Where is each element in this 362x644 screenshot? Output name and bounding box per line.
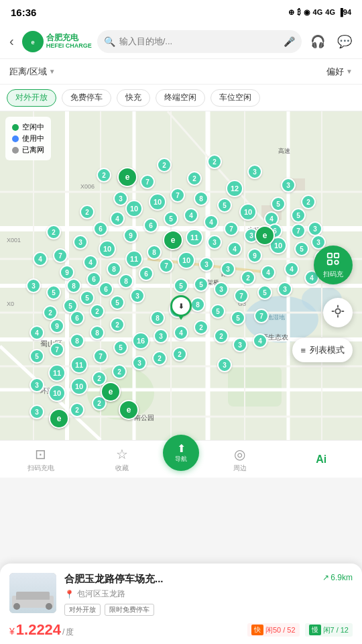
map-marker[interactable]: 2 xyxy=(80,205,95,219)
nav-ai[interactable]: Ai xyxy=(281,453,363,466)
message-button[interactable]: 💬 xyxy=(334,31,355,52)
search-input[interactable] xyxy=(119,36,280,46)
map-marker[interactable]: 8 xyxy=(190,297,205,312)
map-marker[interactable]: 4 xyxy=(33,252,48,266)
map-marker[interactable]: 2 xyxy=(110,317,125,332)
back-button[interactable]: ‹ xyxy=(7,31,17,52)
map-marker[interactable]: 7 xyxy=(50,342,64,357)
map-marker[interactable]: 16 xyxy=(132,332,149,350)
map-marker[interactable]: 6 xyxy=(86,272,101,286)
map-marker[interactable]: 4 xyxy=(29,325,44,340)
map-marker[interactable]: 7 xyxy=(159,258,174,273)
map-marker[interactable]: 8 xyxy=(147,245,162,260)
map-marker[interactable]: 5 xyxy=(164,211,178,226)
fab-list-button[interactable]: ≡ 列表模式 xyxy=(292,338,353,362)
map-marker[interactable]: 5 xyxy=(271,197,286,211)
map-marker[interactable]: 6 xyxy=(143,218,158,233)
map-marker[interactable]: 5 xyxy=(113,340,128,355)
map-marker[interactable]: 3 xyxy=(130,288,145,303)
map-marker[interactable]: 2 xyxy=(214,329,229,343)
map-marker[interactable]: 2 xyxy=(207,154,222,169)
map-marker[interactable]: 3 xyxy=(278,282,292,297)
fab-locate-button[interactable] xyxy=(323,298,353,327)
map-marker[interactable]: 3 xyxy=(217,358,232,372)
logo-marker[interactable]: e xyxy=(49,409,69,429)
nav-navigate-button[interactable]: ⬆ 导航 xyxy=(163,435,199,471)
map-area[interactable]: X006 X001 X0 G3 环路 蜀山区 南公园 大圩生态农 牛标地湿地 市… xyxy=(0,111,362,440)
map-marker[interactable]: 3 xyxy=(132,356,147,370)
map-marker[interactable]: 8 xyxy=(70,333,84,348)
map-marker[interactable]: 4 xyxy=(110,211,125,226)
map-marker[interactable]: 6 xyxy=(139,266,154,281)
map-marker[interactable]: 2 xyxy=(172,347,187,362)
map-marker[interactable]: 7 xyxy=(234,288,249,303)
map-marker[interactable]: 2 xyxy=(194,320,208,335)
map-marker[interactable]: 11 xyxy=(125,250,143,268)
map-marker[interactable]: 11 xyxy=(48,364,66,382)
logo-marker[interactable]: e xyxy=(255,225,275,246)
map-marker[interactable]: 2 xyxy=(97,168,111,182)
map-marker[interactable]: 10 xyxy=(239,203,257,221)
map-marker[interactable]: 9 xyxy=(123,228,138,243)
logo-marker[interactable]: e xyxy=(117,167,137,187)
map-marker[interactable]: 10 xyxy=(48,384,66,402)
headphone-button[interactable]: 🎧 xyxy=(307,31,328,52)
map-marker[interactable]: 8 xyxy=(66,278,81,293)
map-marker[interactable]: 5 xyxy=(80,290,95,305)
map-marker[interactable]: 7 xyxy=(254,309,269,323)
map-marker[interactable]: 10 xyxy=(99,240,116,258)
map-marker[interactable]: 3 xyxy=(29,378,44,392)
map-marker[interactable]: 4 xyxy=(83,255,98,270)
tag-terminal-idle[interactable]: 终端空闲 xyxy=(156,89,205,107)
tag-free-park[interactable]: 免费停车 xyxy=(62,89,111,107)
map-marker[interactable]: 8 xyxy=(107,262,121,276)
map-marker[interactable]: 2 xyxy=(187,171,202,186)
map-marker[interactable]: 7 xyxy=(53,248,68,263)
map-marker[interactable]: 6 xyxy=(70,311,84,325)
map-marker[interactable]: 3 xyxy=(73,235,88,250)
map-marker[interactable]: 8 xyxy=(150,311,165,325)
map-marker[interactable]: 4 xyxy=(204,215,219,229)
map-marker[interactable]: 2 xyxy=(241,270,255,285)
map-marker[interactable]: 10 xyxy=(178,252,195,269)
map-marker[interactable]: 3 xyxy=(199,257,214,272)
map-marker[interactable]: 5 xyxy=(217,198,232,213)
map-marker[interactable]: 3 xyxy=(308,221,322,236)
map-marker[interactable]: 10 xyxy=(149,193,166,211)
map-marker[interactable]: 4 xyxy=(261,265,276,280)
logo-marker[interactable]: e xyxy=(101,382,121,402)
map-marker[interactable]: 2 xyxy=(152,351,167,366)
map-marker[interactable]: 9 xyxy=(50,319,64,333)
map-marker[interactable]: 2 xyxy=(46,225,61,239)
map-marker[interactable]: 5 xyxy=(210,304,225,319)
map-marker[interactable]: 10 xyxy=(70,378,88,395)
map-marker[interactable]: 4 xyxy=(284,262,299,276)
map-marker[interactable]: 10 xyxy=(125,200,143,217)
map-marker[interactable]: 5 xyxy=(231,311,245,325)
map-marker[interactable]: 2 xyxy=(43,305,58,320)
map-marker[interactable]: 9 xyxy=(60,265,74,280)
map-marker[interactable]: 4 xyxy=(184,208,198,223)
map-marker[interactable]: 6 xyxy=(93,221,108,236)
map-marker[interactable]: 5 xyxy=(174,278,188,293)
tag-open[interactable]: 对外开放 xyxy=(7,89,56,107)
map-marker[interactable]: 7 xyxy=(93,349,108,364)
nav-nearby[interactable]: ◎ 周边 xyxy=(199,446,281,473)
mic-icon[interactable]: 🎤 xyxy=(284,36,295,47)
map-marker[interactable]: 5 xyxy=(29,349,44,364)
map-marker[interactable]: 7 xyxy=(291,223,306,238)
map-marker[interactable]: 3 xyxy=(214,282,229,297)
map-marker[interactable]: 5 xyxy=(46,285,61,300)
logo-marker[interactable]: e xyxy=(119,400,139,420)
map-marker[interactable]: 8 xyxy=(194,191,208,206)
map-marker[interactable]: 8 xyxy=(119,274,133,288)
filter-distance[interactable]: 距离/区域 ▼ xyxy=(9,66,56,78)
map-marker[interactable]: 2 xyxy=(112,364,127,379)
search-bar[interactable]: 🔍 🎤 xyxy=(97,30,302,53)
map-marker[interactable]: 4 xyxy=(227,241,242,256)
map-marker[interactable]: 4 xyxy=(253,333,267,348)
map-marker[interactable]: 3 xyxy=(233,337,247,352)
map-marker[interactable]: 5 xyxy=(194,277,208,292)
map-marker[interactable]: 2 xyxy=(90,304,105,319)
map-marker[interactable]: 2 xyxy=(157,158,172,172)
